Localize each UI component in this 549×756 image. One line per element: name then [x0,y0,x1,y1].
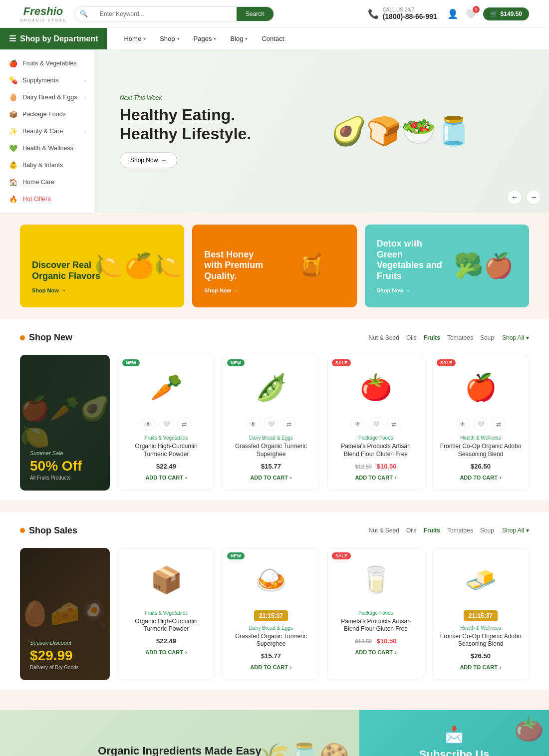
banner-section: 🍋🍊🍋 Discover Real Organic Flavors Shop N… [0,213,549,319]
fruits-icon: 🍎 [9,59,17,67]
shop-sales-section: Shop Sales Nut & Seed Oils Fruits Tomato… [0,512,549,690]
product-cat-4: Health & Wellness [460,435,501,441]
wishlist-btn-4[interactable]: 🤍 [474,417,488,431]
compare-btn-2[interactable]: ⇄ [282,417,296,431]
sale-add-cart-btn-3[interactable]: ADD TO CART › [350,647,401,658]
sidebar-item-beauty[interactable]: ✨ Beauty & Care › [0,123,95,140]
search-input[interactable] [93,7,237,21]
product-img-3: 🍅 [346,362,406,412]
wishlist-btn-2[interactable]: 🤍 [264,417,278,431]
tomato-decoration: 🍅 [514,715,544,743]
sidebar-item-homecare[interactable]: 🏠 Home Care [0,174,95,191]
shop-arrow: ▾ [177,36,180,41]
sales-filter-soup[interactable]: Soup [480,527,494,534]
wishlist-icon-btn[interactable]: 🤍 0 [465,8,476,19]
search-button[interactable]: Search [237,7,274,21]
hero-next-btn[interactable]: → [526,190,541,205]
shop-all-sales[interactable]: Shop All ▾ [502,527,529,534]
organic-banner: 🌾🫙🍪 Organic Ingredients Made Easy Shop O… [0,710,359,756]
wishlist-btn-1[interactable]: 🤍 [159,417,173,431]
shop-all-new[interactable]: Shop All ▾ [502,334,529,341]
shop-new-products: NEW 🥕 👁 🤍 ⇄ Fruits & Vegetables Organic … [118,355,529,490]
compare-btn-1[interactable]: ⇄ [177,417,191,431]
filter-nut-seed[interactable]: Nut & Seed [369,334,399,341]
compare-btn-3[interactable]: ⇄ [387,417,401,431]
sale-add-cart-btn-2[interactable]: ADD TO CART › [245,662,296,673]
hero-content: Next This Week Healthy Eating. Healthy L… [120,94,251,169]
nav-home[interactable]: Home▾ [117,29,153,48]
filter-soup[interactable]: Soup [480,334,494,341]
filter-fruits[interactable]: Fruits [424,334,440,341]
sales-filter-fruits[interactable]: Fruits [424,527,440,534]
wishlist-btn-3[interactable]: 🤍 [369,417,383,431]
nav-blog[interactable]: Blog▾ [223,29,255,48]
add-cart-btn-2[interactable]: ADD TO CART › [245,472,296,483]
sales-filter-nut[interactable]: Nut & Seed [369,527,399,534]
sidebar-label-fruits: Fruits & Vegetables [22,60,76,67]
product-name-3: Pamela's Products Artisan Blend Flour Gl… [335,443,417,458]
sale-add-cart-btn-4[interactable]: ADD TO CART › [455,662,506,673]
add-cart-btn-3[interactable]: ADD TO CART › [350,472,401,483]
shop-new-section: Shop New Nut & Seed Oils Fruits Tomatoes… [0,319,549,500]
promo-desc: All Fruits Products [30,475,100,481]
cart-button[interactable]: 🛒 $149.50 [483,7,529,20]
sidebar-label-supplements: Supplyments [22,77,58,84]
sidebar-item-baby[interactable]: 👶 Baby & Infants [0,157,95,174]
banner-honey-title: Best Honey with Premium Quality. [204,250,274,282]
product-price-3: $12.50 $10.50 [355,463,396,470]
add-cart-btn-4[interactable]: ADD TO CART › [455,472,506,483]
health-icon: 💚 [9,144,17,152]
sidebar-item-supplements[interactable]: 💊 Supplyments › [0,72,95,89]
compare-btn-4[interactable]: ⇄ [492,417,506,431]
sidebar-label-homecare: Home Care [22,179,54,186]
promo-discount: 50% Off [30,458,100,474]
shop-new-filters: Nut & Seed Oils Fruits Tomatoes Soup [369,334,494,341]
sidebar-item-health[interactable]: 💚 Health & Wellness [0,140,95,157]
add-cart-btn-1[interactable]: ADD TO CART › [140,472,192,483]
department-btn[interactable]: ☰ Shop by Department [0,28,107,49]
sale-product-badge-3: SALE [332,552,351,559]
subscribe-banner: 📩 🍅 Subscribe Us Sign up and get a vouch… [359,710,549,756]
logo[interactable]: Freshio ORGANIC STORE [20,5,66,22]
sales-filter-tomatoes[interactable]: Tomatoes [447,527,473,534]
promo-tag: Summer Sale [30,450,100,456]
hero-prev-btn[interactable]: ← [507,190,522,205]
user-icon-btn[interactable]: 👤 [447,8,458,19]
sidebar-item-dairy[interactable]: 🥚 Dairy Bread & Eggs › [0,89,95,106]
sale-product-price-1: $22.49 [156,637,176,645]
filter-tomatoes[interactable]: Tomatoes [447,334,473,341]
sidebar-item-fruits[interactable]: 🍎 Fruits & Vegetables [0,55,95,72]
nav-links: Home▾ Shop▾ Pages▾ Blog▾ Contact [107,28,301,49]
sales-promo-discount: $29.99 [30,648,100,664]
shop-new-header: Shop New Nut & Seed Oils Fruits Tomatoes… [20,324,529,347]
banner-detox-title: Detox with Green Vegetables and Fruits [377,239,447,281]
hero-btn-arrow: → [161,157,167,164]
timer-badge-2: 21:15:37 [254,610,288,621]
quick-view-btn-2[interactable]: 👁 [246,417,260,431]
quick-view-btn-3[interactable]: 👁 [351,417,365,431]
banner-organic-title: Discover Real Organic Flavors [32,260,102,281]
main-content: 🍎 Fruits & Vegetables 💊 Supplyments › 🥚 … [0,50,549,213]
product-name-1: Organic High-Curcumin Turmeric Powder [125,443,207,458]
product-img-1: 🥕 [136,362,196,412]
sidebar-label-hot: Hot Offers [22,196,51,203]
filter-oils[interactable]: Oils [406,334,417,341]
sidebar-item-hot[interactable]: 🔥 Hot Offers [0,191,95,208]
quick-view-btn-1[interactable]: 👁 [141,417,155,431]
banner-honey-bg: 🍯 [267,225,357,307]
sales-filter-oils[interactable]: Oils [406,527,417,534]
sale-product-name-2: Grassfed Organic Turmeric Superghee [230,633,312,648]
quick-view-btn-4[interactable]: 👁 [456,417,470,431]
hero-shop-now-btn[interactable]: Shop Now → [120,152,177,168]
beauty-arrow: › [84,129,86,134]
bottom-spacer [0,694,549,702]
sale-add-cart-btn-1[interactable]: ADD TO CART › [140,647,192,658]
shop-sales-promo-card: 🥚🧀🍳 Season Discount $29.99 Delivery of D… [20,548,110,680]
sidebar-item-package[interactable]: 📦 Package Foods [0,106,95,123]
nav-contact[interactable]: Contact [255,29,291,48]
nav-pages[interactable]: Pages▾ [187,29,224,48]
wishlist-badge: 0 [473,6,480,13]
sale-product-price-old-3: $12.50 [355,638,372,644]
dairy-icon: 🥚 [9,93,17,101]
nav-shop[interactable]: Shop▾ [153,29,186,48]
